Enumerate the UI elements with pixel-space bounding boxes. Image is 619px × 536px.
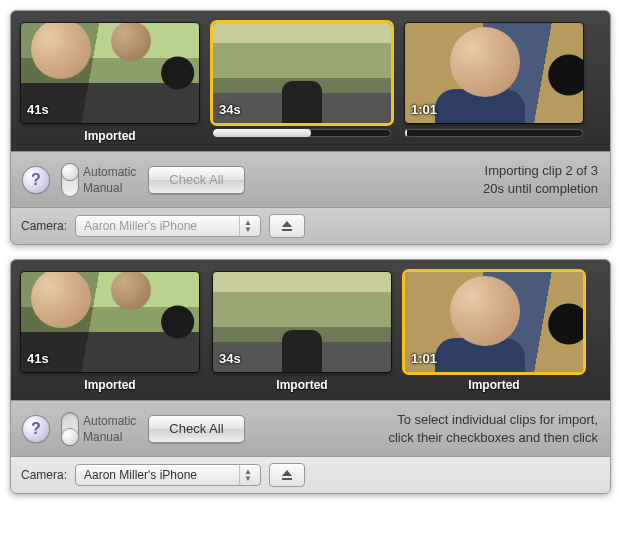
toggle-automatic-label: Automatic (83, 165, 136, 179)
toggle-automatic-label: Automatic (83, 414, 136, 428)
help-icon: ? (31, 420, 41, 438)
eject-button[interactable] (269, 463, 305, 487)
camera-popup-value: Aaron Miller's iPhone (84, 468, 197, 482)
eject-button[interactable] (269, 214, 305, 238)
import-panel-after: 41s Imported 34s Imported 1:01 Imported … (10, 259, 611, 494)
popup-arrows-icon: ▲▼ (239, 465, 256, 485)
toggle-manual-label: Manual (83, 430, 136, 444)
camera-label: Camera: (21, 219, 67, 233)
camera-popup-value: Aaron Miller's iPhone (84, 219, 197, 233)
clip-duration: 41s (27, 351, 49, 366)
help-icon: ? (31, 171, 41, 189)
clip-duration: 1:01 (411, 102, 437, 117)
clip-duration: 41s (27, 102, 49, 117)
control-row: ? Automatic Manual Check All Importing c… (11, 151, 610, 207)
check-all-button[interactable]: Check All (148, 166, 244, 194)
import-mode-toggle[interactable]: Automatic Manual (61, 163, 136, 197)
eject-icon (281, 220, 293, 232)
import-mode-toggle[interactable]: Automatic Manual (61, 412, 136, 446)
clip-item[interactable]: 34s (213, 23, 391, 143)
clip-status-label: Imported (84, 129, 135, 143)
import-panel-during: 41s Imported 34s 1:01 ? (10, 10, 611, 245)
toggle-labels: Automatic Manual (83, 165, 136, 195)
clip-thumbnail[interactable]: 34s (213, 272, 391, 372)
toggle-switch[interactable] (61, 163, 79, 197)
import-hint-text: To select individual clips for import, c… (388, 411, 598, 446)
clip-status-label: Imported (84, 378, 135, 392)
toggle-labels: Automatic Manual (83, 414, 136, 444)
clip-duration: 34s (219, 102, 241, 117)
clip-thumbnail[interactable]: 41s (21, 272, 199, 372)
camera-row: Camera: Aaron Miller's iPhone ▲▼ (11, 207, 610, 244)
camera-label: Camera: (21, 468, 67, 482)
clip-item[interactable]: 41s Imported (21, 23, 199, 143)
clip-thumbnail-strip: 41s Imported 34s 1:01 (11, 11, 610, 151)
clip-item[interactable]: 34s Imported (213, 272, 391, 392)
camera-popup[interactable]: Aaron Miller's iPhone ▲▼ (75, 215, 261, 237)
control-row: ? Automatic Manual Check All To select i… (11, 400, 610, 456)
toggle-manual-label: Manual (83, 181, 136, 195)
clip-thumbnail-strip: 41s Imported 34s Imported 1:01 Imported (11, 260, 610, 400)
popup-arrows-icon: ▲▼ (239, 216, 256, 236)
help-button[interactable]: ? (23, 167, 49, 193)
clip-status-label: Imported (276, 378, 327, 392)
import-progress-bar (213, 129, 391, 137)
clip-thumbnail[interactable]: 34s (213, 23, 391, 123)
clip-thumbnail[interactable]: 1:01 (405, 272, 583, 372)
help-button[interactable]: ? (23, 416, 49, 442)
import-progress-bar (405, 129, 583, 137)
import-status-text: Importing clip 2 of 3 20s until completi… (483, 162, 598, 197)
clip-item[interactable]: 1:01 Imported (405, 272, 583, 392)
eject-icon (281, 469, 293, 481)
toggle-switch[interactable] (61, 412, 79, 446)
clip-status-label: Imported (468, 378, 519, 392)
clip-thumbnail[interactable]: 1:01 (405, 23, 583, 123)
camera-row: Camera: Aaron Miller's iPhone ▲▼ (11, 456, 610, 493)
clip-duration: 34s (219, 351, 241, 366)
clip-item[interactable]: 1:01 (405, 23, 583, 143)
clip-duration: 1:01 (411, 351, 437, 366)
camera-popup[interactable]: Aaron Miller's iPhone ▲▼ (75, 464, 261, 486)
clip-item[interactable]: 41s Imported (21, 272, 199, 392)
check-all-button[interactable]: Check All (148, 415, 244, 443)
clip-thumbnail[interactable]: 41s (21, 23, 199, 123)
